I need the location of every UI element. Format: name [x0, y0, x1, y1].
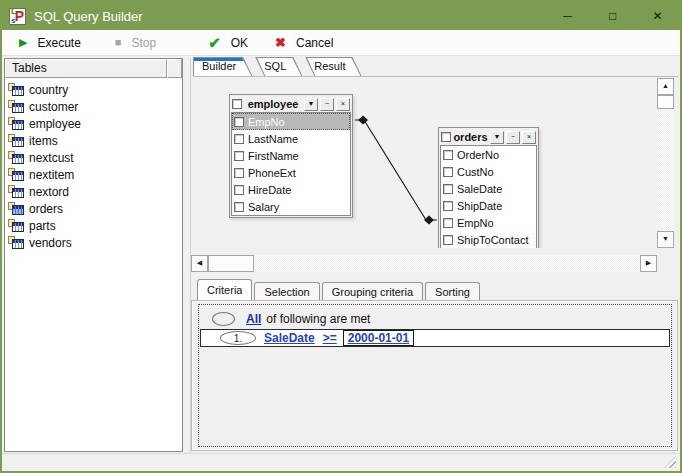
employee-dropdown-icon[interactable]: ▼ [304, 98, 318, 111]
scroll-up-icon[interactable]: ▲ [657, 78, 674, 95]
play-icon: ▶ [19, 37, 27, 48]
tab-sorting[interactable]: Sorting [425, 282, 480, 300]
table-icon [8, 236, 24, 249]
table-box-orders[interactable]: orders ▼ − × OrderNo CustNo [438, 127, 539, 248]
stop-button[interactable]: ■ Stop [115, 36, 156, 50]
orders-dropdown-icon[interactable]: ▼ [490, 131, 504, 144]
orders-field-list: OrderNo CustNo SaleDate ShipDate [440, 145, 537, 248]
builder-tabset: Builder SQL Result [193, 58, 678, 77]
criteria-row-1[interactable]: 1. SaleDate >= 2000-01-01 [200, 329, 670, 347]
tables-column-header[interactable]: Tables [5, 59, 167, 78]
table-item-employee[interactable]: employee [5, 115, 182, 132]
tab-selection[interactable]: Selection [254, 282, 319, 300]
field-row-lastname[interactable]: LastName [232, 130, 350, 147]
tab-builder[interactable]: Builder [193, 57, 252, 76]
employee-field-list: EmpNo LastName FirstName PhoneExt [231, 112, 351, 216]
field-row-empno-orders[interactable]: EmpNo [441, 214, 536, 231]
field-row-salary[interactable]: Salary [232, 198, 350, 215]
resize-grip-icon[interactable] [664, 456, 676, 468]
criteria-value-box[interactable]: 2000-01-01 [343, 330, 414, 346]
orders-close-icon[interactable]: × [522, 131, 536, 144]
field-checkbox[interactable] [234, 185, 244, 195]
ok-label: OK [231, 36, 248, 50]
minimize-icon[interactable]: ─ [545, 2, 590, 30]
table-item-customer[interactable]: customer [5, 98, 182, 115]
cancel-label: Cancel [296, 36, 333, 50]
field-row-hiredate[interactable]: HireDate [232, 181, 350, 198]
field-row-saledate[interactable]: SaleDate [441, 180, 536, 197]
field-checkbox[interactable] [443, 150, 453, 160]
field-checkbox[interactable] [443, 235, 453, 245]
table-item-parts[interactable]: parts [5, 217, 182, 234]
toolbar: ▶ Execute ■ Stop ✔ OK ✖ Cancel [2, 30, 680, 56]
field-checkbox[interactable] [443, 201, 453, 211]
tab-criteria[interactable]: Criteria [197, 279, 252, 300]
criteria-row-number[interactable]: 1. [220, 331, 256, 345]
canvas-horizontal-scrollbar[interactable]: ◀ ▶ [191, 255, 657, 272]
table-item-country[interactable]: country [5, 81, 182, 98]
field-row-firstname[interactable]: FirstName [232, 147, 350, 164]
scroll-left-icon[interactable]: ◀ [191, 255, 208, 272]
table-item-items[interactable]: items [5, 132, 182, 149]
field-checkbox[interactable] [443, 184, 453, 194]
scroll-right-icon[interactable]: ▶ [640, 255, 657, 272]
table-icon [8, 219, 24, 232]
orders-checkbox[interactable] [441, 132, 451, 142]
orders-box-title: orders [453, 131, 488, 143]
table-item-nextord[interactable]: nextord [5, 183, 182, 200]
tab-grouping-criteria[interactable]: Grouping criteria [322, 282, 423, 300]
scroll-track[interactable] [254, 255, 640, 272]
field-row-orderno[interactable]: OrderNo [441, 146, 536, 163]
field-checkbox[interactable] [234, 202, 244, 212]
table-item-orders[interactable]: orders [5, 200, 182, 217]
table-item-vendors[interactable]: vendors [5, 234, 182, 251]
field-row-phoneext[interactable]: PhoneExt [232, 164, 350, 181]
canvas-vertical-scrollbar[interactable]: ▲ ▼ [657, 78, 674, 248]
stop-label: Stop [131, 36, 156, 50]
ok-button[interactable]: ✔ OK [208, 36, 248, 50]
tables-header: Tables [5, 59, 182, 78]
window-title: SQL Query Builder [34, 9, 143, 24]
field-row-custno[interactable]: CustNo [441, 163, 536, 180]
criteria-root-row: All of following are met [212, 310, 671, 327]
field-checkbox[interactable] [234, 151, 244, 161]
root-condition-marker[interactable] [212, 312, 235, 326]
criteria-editor[interactable]: All of following are met 1. SaleDate >= … [198, 304, 672, 447]
table-item-nextcust[interactable]: nextcust [5, 149, 182, 166]
field-row-empno[interactable]: EmpNo [232, 113, 350, 130]
diagram-canvas[interactable]: employee ▼ − × EmpNo LastName [193, 78, 657, 248]
table-icon [8, 185, 24, 198]
check-icon: ✔ [208, 37, 221, 48]
tab-sql[interactable]: SQL [255, 57, 302, 76]
tables-list: country customer employee items nextcust… [5, 78, 182, 251]
criteria-field-link[interactable]: SaleDate [264, 331, 315, 345]
all-any-link[interactable]: All [246, 312, 261, 326]
horizontal-scroll-thumb[interactable] [208, 255, 254, 272]
field-row-shipdate[interactable]: ShipDate [441, 197, 536, 214]
execute-label: Execute [37, 36, 80, 50]
table-item-nextitem[interactable]: nextitem [5, 166, 182, 183]
criteria-tabset: Criteria Selection Grouping criteria Sor… [193, 279, 482, 300]
field-checkbox[interactable] [234, 117, 244, 127]
maximize-icon[interactable]: □ [590, 2, 635, 30]
scroll-down-icon[interactable]: ▼ [657, 231, 674, 248]
employee-collapse-icon[interactable]: − [320, 98, 334, 111]
close-icon[interactable]: ✕ [635, 2, 680, 30]
tab-result[interactable]: Result [305, 57, 361, 76]
vertical-scroll-thumb[interactable] [657, 95, 674, 109]
field-checkbox[interactable] [443, 167, 453, 177]
criteria-operator-link[interactable]: >= [323, 331, 337, 345]
main-area: Tables country customer employee items [2, 56, 680, 453]
table-box-employee[interactable]: employee ▼ − × EmpNo LastName [229, 94, 353, 218]
orders-box-header: orders ▼ − × [440, 129, 537, 145]
execute-button[interactable]: ▶ Execute [19, 36, 81, 50]
field-checkbox[interactable] [234, 168, 244, 178]
stop-icon: ■ [115, 37, 122, 48]
field-checkbox[interactable] [234, 134, 244, 144]
field-checkbox[interactable] [443, 218, 453, 228]
employee-close-icon[interactable]: × [336, 98, 350, 111]
employee-checkbox[interactable] [232, 99, 242, 109]
orders-collapse-icon[interactable]: − [506, 131, 520, 144]
field-row-shiptocontact[interactable]: ShipToContact [441, 231, 536, 248]
cancel-button[interactable]: ✖ Cancel [275, 36, 333, 50]
